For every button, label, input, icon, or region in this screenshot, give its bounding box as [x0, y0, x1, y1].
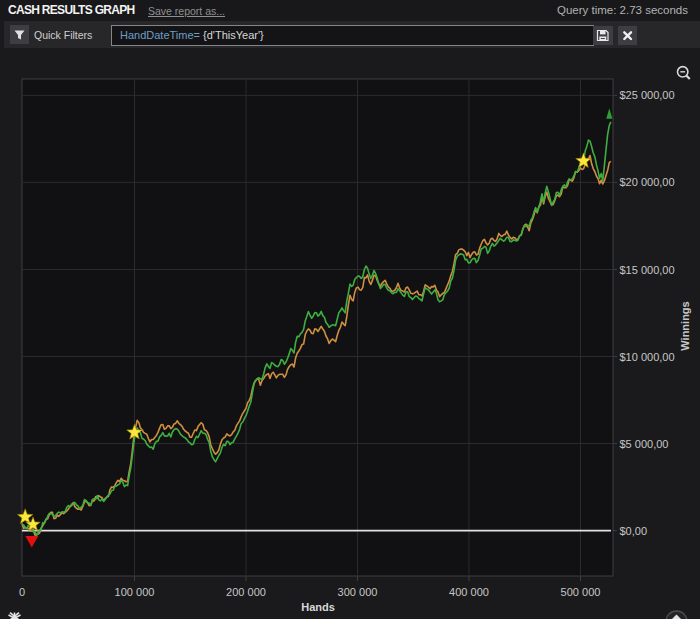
svg-text:0: 0: [19, 586, 25, 598]
svg-text:$10 000,00: $10 000,00: [620, 351, 675, 363]
svg-text:$5 000,00: $5 000,00: [620, 438, 669, 450]
svg-text:$25 000,00: $25 000,00: [620, 89, 675, 101]
svg-text:$0,00: $0,00: [620, 525, 648, 537]
svg-text:$15 000,00: $15 000,00: [620, 264, 675, 276]
svg-text:400 000: 400 000: [449, 586, 489, 598]
svg-text:100 000: 100 000: [115, 586, 155, 598]
svg-text:300 000: 300 000: [338, 586, 378, 598]
svg-text:Winnings: Winnings: [679, 301, 691, 350]
svg-text:500 000: 500 000: [561, 586, 601, 598]
svg-text:200 000: 200 000: [226, 586, 266, 598]
svg-text:Hands: Hands: [301, 601, 335, 613]
svg-text:$20 000,00: $20 000,00: [620, 176, 675, 188]
